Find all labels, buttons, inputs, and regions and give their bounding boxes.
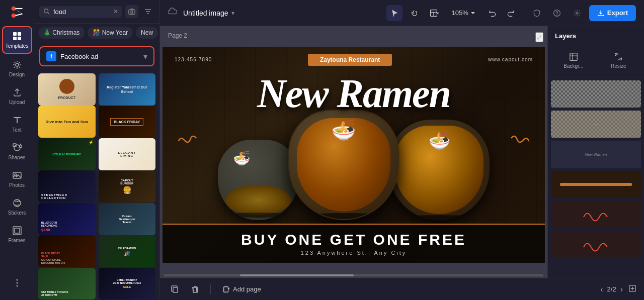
template-card[interactable]: BLACK FRIDAYSALE CAPCUT STOREDISCOUNT 50… [38,235,96,267]
svg-rect-35 [173,287,178,292]
tab-christmas[interactable]: 🎄 Christmas [38,27,85,39]
template-card[interactable]: DreamDestinationTravel [99,203,156,235]
shield-icon[interactable] [529,5,545,21]
export-button[interactable]: Export [589,5,636,21]
template-card[interactable]: BLACK FRIDAY [99,106,156,138]
toolbar-tools: 105% [386,5,519,21]
cursor-tool-btn[interactable] [386,5,403,21]
template-card[interactable]: CELEBRATION 🎉 [99,235,156,267]
canvas-bottom-title: BUY ONE GET ONE FREE [241,231,466,248]
layer-item[interactable] [551,231,641,258]
template-card[interactable]: PRODUCT [38,73,96,106]
template-card[interactable]: STREETWEARCOLLECTION [38,170,96,203]
doc-title-text: Untitled image [183,9,228,17]
templates-panel: ✕ 🎄 Christmas [34,0,160,300]
layer-item[interactable] [551,171,641,198]
svg-rect-6 [18,32,21,36]
hand-tool-btn[interactable] [407,5,423,21]
sidebar-item-upload[interactable]: Upload [2,83,32,109]
resize-tool-label: Resize [611,63,626,69]
svg-point-10 [14,145,20,151]
layer-item[interactable] [551,80,641,108]
layer-item[interactable]: New Ramen [551,141,641,168]
deco-squiggle-right-icon [508,130,531,151]
search-input-wrapper[interactable]: ✕ [39,6,122,18]
tab-new[interactable]: New [136,27,158,39]
layer-item[interactable]: ~~~ [551,111,641,138]
layers-panel-header: Layers [548,26,644,44]
svg-point-33 [576,12,578,14]
settings-icon[interactable] [569,5,585,21]
copy-page-btn[interactable] [168,282,182,296]
svg-line-3 [15,14,22,16]
svg-rect-36 [224,286,228,292]
sidebar-item-templates-label: Templates [6,43,29,49]
design-canvas: 123-456-7890 Zaytouna Restaurant www.cap… [163,47,545,263]
template-card[interactable]: GET MONEY PROMOSAT OUR GYM [38,268,96,300]
svg-point-19 [16,282,18,284]
svg-point-18 [16,279,18,281]
canvas-scroll-area[interactable]: 123-456-7890 Zaytouna Restaurant www.cap… [160,26,547,273]
sidebar-item-frames[interactable]: Frames [2,222,32,247]
template-card[interactable]: CYBER MONDAY26-30 NOVEMBER 2023 SALE [99,268,156,300]
sidebar-item-shapes[interactable]: Shapes [2,139,32,164]
resize-tool[interactable]: Resize [597,48,640,73]
panel-tools: Backgr... Resize [548,44,644,77]
page-label: Page 2 [168,32,187,39]
svg-point-1 [11,14,16,18]
redo-btn[interactable] [503,5,519,21]
template-card[interactable]: ELEGANTLIVING [99,138,156,170]
add-page-btn[interactable]: Add page [219,283,265,295]
canvas-website: www.capcut.com [488,57,533,62]
layout-tool-btn[interactable] [427,5,443,21]
search-clear-btn[interactable]: ✕ [113,8,118,15]
ad-type-selector[interactable]: f Facebook ad ▾ [39,46,154,66]
delete-page-btn[interactable] [188,282,202,296]
prev-page-btn[interactable]: ‹ [600,285,603,294]
app-logo [9,4,25,20]
template-card[interactable]: Dive into Fun and Sun [38,106,96,138]
add-page-label: Add page [233,285,261,293]
layer-item[interactable] [551,201,641,228]
sidebar-item-design-label: Design [9,72,25,77]
undo-btn[interactable] [485,5,501,21]
template-card[interactable]: BLUETOOTHHEADPHONE $150 [38,203,96,235]
help-icon[interactable] [549,5,565,21]
page-indicator: 2/2 [607,285,616,293]
bottom-divider [210,284,211,294]
next-page-btn[interactable]: › [620,285,623,294]
template-card[interactable]: Register Yourself at Our School [99,73,156,106]
tab-new-year[interactable]: 🎊 New Year [88,27,133,39]
svg-rect-13 [13,172,21,178]
page-nav: ‹ 2/2 › [600,285,623,294]
fit-page-btn[interactable] [629,285,636,293]
sidebar-item-more[interactable] [2,274,32,292]
layers-title: Layers [555,32,576,40]
camera-icon[interactable] [125,5,138,18]
doc-title[interactable]: Untitled image ▾ [183,9,234,17]
template-card[interactable]: CYBER MONDAY ⚡ [38,138,96,170]
svg-point-9 [16,63,19,66]
filter-icon[interactable] [141,5,154,18]
sidebar-item-upload-label: Upload [9,99,25,105]
background-tool[interactable]: Backgr... [552,48,595,73]
svg-point-32 [556,15,557,15]
svg-rect-17 [15,228,20,233]
search-input[interactable] [53,8,110,16]
canvas-scrollbar[interactable] [160,273,547,278]
sidebar-item-text[interactable]: Text [2,111,32,137]
layers-list: ~~~ New Ramen [548,77,644,278]
zoom-control[interactable]: 105% [447,7,480,19]
canvas-restaurant: Zaytouna Restaurant [320,56,380,63]
sidebar-item-photos[interactable]: Photos [2,166,32,192]
expand-canvas-btn[interactable]: ⤢ [535,32,543,42]
sidebar-item-stickers[interactable]: Stickers [2,194,32,220]
ad-selector-label: Facebook ad [60,53,139,60]
sidebar-item-design[interactable]: Design [2,56,32,81]
svg-point-21 [44,9,48,13]
top-bar: Untitled image ▾ [160,0,644,26]
sidebar-item-templates[interactable]: Templates [2,26,32,54]
template-card[interactable]: CAPCUTBURGER 🍔 [99,170,156,203]
background-tool-label: Backgr... [564,63,583,69]
title-chevron-icon: ▾ [231,10,234,17]
